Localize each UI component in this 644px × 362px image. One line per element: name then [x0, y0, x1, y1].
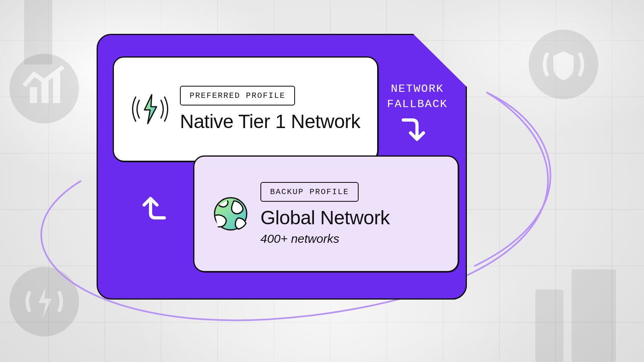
globe-icon	[211, 194, 251, 234]
signal-bolt-icon	[130, 89, 170, 129]
backup-subtitle: 400+ networks	[260, 232, 390, 246]
preferred-title: Native Tier 1 Network	[180, 111, 360, 132]
preferred-profile-card: PREFERRED PROFILE Native Tier 1 Network	[113, 56, 378, 162]
fallback-arrow-up-icon	[140, 193, 168, 221]
fallback-label: NETWORK FALLBACK	[387, 81, 448, 112]
preferred-chip: PREFERRED PROFILE	[180, 86, 295, 105]
backup-chip: BACKUP PROFILE	[260, 182, 359, 202]
sim-card: NETWORK FALLBACK	[97, 34, 467, 300]
fallback-label-line1: NETWORK	[391, 83, 444, 95]
fallback-label-line2: FALLBACK	[387, 98, 448, 110]
fallback-arrow-down-icon	[399, 117, 427, 145]
backup-profile-card: BACKUP PROFILE Global Network 400+ netwo…	[193, 155, 459, 272]
backup-title: Global Network	[260, 207, 390, 229]
